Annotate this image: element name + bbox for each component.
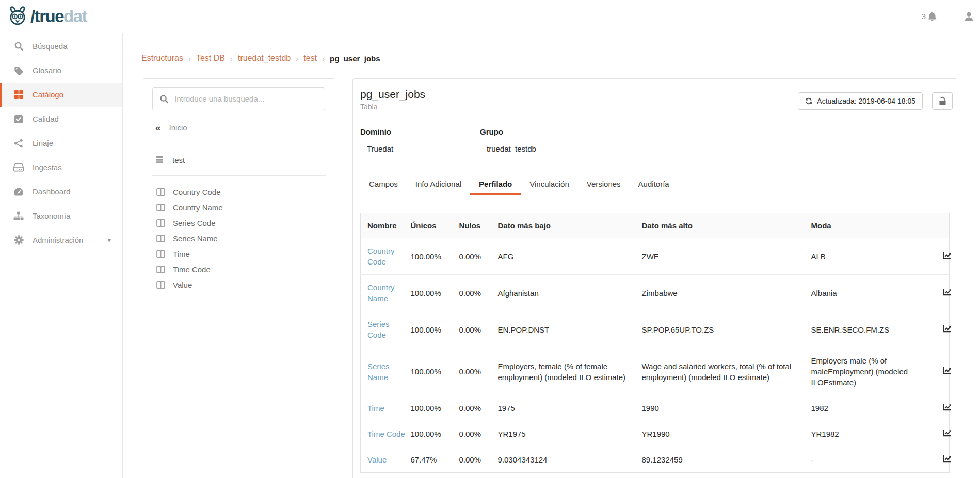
tab-info-adicional[interactable]: Info Adicional bbox=[407, 175, 470, 194]
tree-field-item[interactable]: Country Code bbox=[143, 184, 334, 200]
tab-perfilado[interactable]: Perfilado bbox=[470, 175, 521, 194]
tree-back-button[interactable]: « Inicio bbox=[155, 121, 334, 134]
share-nodes-icon bbox=[13, 139, 24, 148]
cell-actions bbox=[943, 238, 950, 275]
cell-unique: 67.47% bbox=[411, 447, 459, 473]
chart-line-icon bbox=[943, 429, 952, 437]
tree-field-label: Series Name bbox=[173, 234, 218, 243]
sidebar-item-linaje[interactable]: Linaje bbox=[0, 131, 122, 155]
chevron-right-separator: › bbox=[188, 54, 191, 63]
breadcrumb-link[interactable]: Test DB bbox=[196, 54, 225, 63]
structure-detail-panel: pg_user_jobs Tabla Actualizada: 2019-06-… bbox=[352, 78, 957, 478]
sidebar-item-label: Linaje bbox=[33, 139, 53, 147]
domain-label: Dominio bbox=[360, 127, 468, 136]
profile-chart-button[interactable] bbox=[943, 429, 952, 437]
cell-unique: 100.00% bbox=[411, 348, 459, 395]
grid-icon bbox=[13, 90, 24, 100]
divider bbox=[152, 175, 326, 176]
field-name-link[interactable]: Time bbox=[367, 403, 384, 414]
owl-icon bbox=[7, 5, 28, 27]
group-label: Grupo bbox=[480, 127, 950, 136]
cell-actions bbox=[943, 395, 950, 421]
tree-field-item[interactable]: Value bbox=[143, 277, 334, 292]
field-name-link[interactable]: Series Name bbox=[367, 361, 407, 383]
table-row: Time100.00%0.00%197519901982 bbox=[361, 395, 950, 421]
refresh-updated-button[interactable]: Actualizada: 2019-06-04 18:05 bbox=[798, 92, 923, 110]
profile-chart-button[interactable] bbox=[943, 367, 952, 374]
profile-chart-button[interactable] bbox=[943, 288, 952, 296]
table-header-row: NombreÚnicosNulosDato más bajoDato más a… bbox=[361, 213, 950, 238]
user-menu-button[interactable] bbox=[964, 11, 974, 21]
sidebar-item-label: Dashboard bbox=[33, 187, 70, 196]
cell-low: 1975 bbox=[498, 395, 642, 421]
cell-high: Wage and salaried workers, total (% of t… bbox=[642, 348, 811, 395]
sidebar-item-busqueda[interactable]: Búsqueda bbox=[0, 34, 122, 58]
sidebar-item-label: Taxonomía bbox=[33, 211, 70, 220]
sidebar-item-ingestas[interactable]: Ingestas bbox=[0, 155, 122, 179]
tree-field-item[interactable]: Time Code bbox=[143, 261, 334, 277]
field-name-link[interactable]: Value bbox=[367, 454, 387, 465]
sidebar-item-administracion[interactable]: Administración▾ bbox=[0, 228, 122, 252]
profile-chart-button[interactable] bbox=[943, 325, 952, 333]
tab-versiones[interactable]: Versiones bbox=[578, 175, 630, 194]
app-header: /truedat 3 bbox=[0, 0, 980, 32]
tree-field-item[interactable]: Series Code bbox=[143, 215, 334, 230]
domain-group-section: Dominio Truedat Grupo truedat_testdb bbox=[353, 127, 950, 162]
field-name-link[interactable]: Time Code bbox=[367, 428, 405, 439]
field-name-link[interactable]: Country Name bbox=[367, 282, 407, 304]
tab-campos[interactable]: Campos bbox=[360, 175, 407, 194]
columns-icon bbox=[156, 281, 165, 289]
cell-unique: 100.00% bbox=[411, 311, 459, 348]
columns-icon bbox=[156, 204, 165, 211]
tags-icon bbox=[13, 66, 24, 75]
cell-mode: YR1982 bbox=[811, 421, 943, 447]
columns-icon bbox=[156, 266, 165, 273]
field-name-link[interactable]: Series Code bbox=[367, 319, 407, 340]
profile-chart-button[interactable] bbox=[943, 252, 952, 259]
chevron-right-separator: › bbox=[322, 54, 325, 63]
cell-name: Country Code bbox=[361, 238, 411, 275]
sidebar-item-calidad[interactable]: Calidad bbox=[0, 107, 122, 131]
cell-nulls: 0.00% bbox=[459, 238, 498, 275]
sidebar-item-catalogo[interactable]: Catálogo bbox=[0, 83, 122, 107]
chevron-down-icon: ▾ bbox=[107, 236, 111, 244]
field-name-link[interactable]: Country Code bbox=[367, 245, 407, 267]
table-row: Series Code100.00%0.00%EN.POP.DNSTSP.POP… bbox=[361, 311, 950, 348]
profile-chart-button[interactable] bbox=[943, 455, 952, 463]
columns-icon bbox=[156, 235, 165, 242]
cell-high: 89.1232459 bbox=[642, 447, 811, 473]
sidebar-item-dashboard[interactable]: Dashboard bbox=[0, 179, 122, 204]
cell-low: YR1975 bbox=[498, 421, 642, 447]
sidebar-item-glosario[interactable]: Glosario bbox=[0, 58, 122, 83]
notifications-button[interactable]: 3 bbox=[922, 11, 937, 22]
sidebar-item-taxonomia[interactable]: Taxonomía bbox=[0, 204, 122, 228]
chart-line-icon bbox=[943, 252, 952, 259]
tree-search-input[interactable] bbox=[174, 94, 318, 103]
table-body: Country Code100.00%0.00%AFGZWEALBCountry… bbox=[361, 238, 950, 473]
tree-field-list: Country CodeCountry NameSeries CodeSerie… bbox=[143, 184, 334, 292]
gauge-icon bbox=[13, 187, 24, 196]
sidebar-item-label: Administración bbox=[33, 236, 83, 244]
lock-toggle-button[interactable] bbox=[932, 92, 953, 110]
tree-parent-item[interactable]: test bbox=[155, 153, 334, 167]
updated-label: Actualizada: 2019-06-04 18:05 bbox=[817, 97, 915, 105]
sitemap-icon bbox=[13, 211, 24, 220]
breadcrumb-link[interactable]: test bbox=[303, 54, 317, 63]
tree-field-item[interactable]: Time bbox=[143, 246, 334, 261]
truedat-logo[interactable]: /truedat bbox=[7, 5, 87, 27]
cell-name: Time bbox=[361, 395, 411, 421]
search-icon bbox=[159, 94, 169, 104]
tab-auditoria[interactable]: Auditoría bbox=[630, 175, 678, 194]
tree-field-item[interactable]: Series Name bbox=[143, 230, 334, 246]
breadcrumb-link[interactable]: Estructuras bbox=[141, 54, 183, 63]
domain-value: Truedat bbox=[367, 144, 468, 153]
cell-mode: SE.ENR.SECO.FM.ZS bbox=[811, 311, 943, 348]
tab-vinculacion[interactable]: Vinculación bbox=[521, 175, 577, 194]
tree-field-item[interactable]: Country Name bbox=[143, 200, 334, 215]
profile-chart-button[interactable] bbox=[943, 403, 952, 411]
breadcrumb-link[interactable]: truedat_testdb bbox=[238, 54, 291, 63]
column-header: Nombre bbox=[361, 213, 411, 238]
cell-mode: Albania bbox=[811, 275, 943, 311]
search-icon bbox=[13, 41, 24, 51]
group-value: truedat_testdb bbox=[487, 144, 950, 153]
